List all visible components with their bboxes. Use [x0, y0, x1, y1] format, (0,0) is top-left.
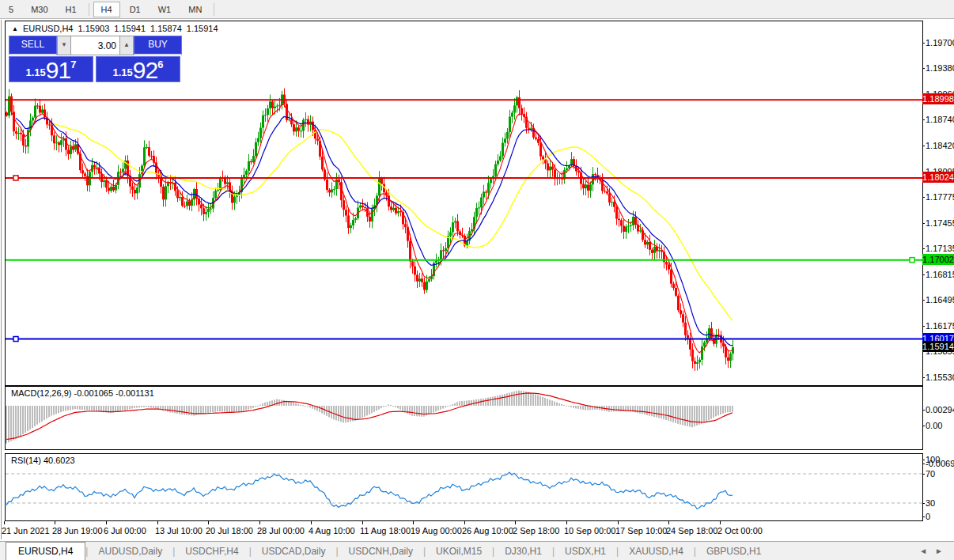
price-tick-label: 1.16815	[926, 270, 954, 279]
time-tick	[413, 521, 414, 524]
tab-dj30-h1[interactable]: DJ30,H1	[494, 543, 552, 560]
price-tick-label: 1.18740	[926, 115, 954, 124]
bid-price-big: 91	[46, 60, 70, 81]
price-axis[interactable]: 1.197001.193801.190601.187401.184201.180…	[923, 21, 954, 521]
rsi-indicator-pane[interactable]: RSI(14) 40.6023	[5, 453, 923, 521]
price-tick-label: 1.16175	[926, 321, 954, 331]
indicator-tick-label: 0.00294	[926, 405, 954, 414]
indicator-tick-label: 30	[926, 498, 935, 508]
window-edge-divider	[1, 20, 2, 539]
macd-label: MACD(12,26,9) -0.001065 -0.001131	[11, 388, 154, 398]
time-tick	[362, 521, 363, 524]
price-tick-label: 1.18420	[926, 141, 954, 150]
time-tick	[566, 521, 567, 524]
ask-price-big: 92	[133, 60, 157, 81]
timeframe-button-h4[interactable]: H4	[93, 2, 120, 17]
symbol-marker-icon: ▲	[12, 25, 18, 32]
tab-eurusd-h4[interactable]: EURUSD,H4	[6, 542, 85, 560]
time-tick	[515, 521, 516, 524]
time-tick-label: 24 Sep 18:00	[666, 526, 717, 535]
time-tick	[464, 521, 465, 524]
ohlc-close: 1.15914	[187, 24, 218, 33]
level-price-badge: 1.18998	[922, 93, 954, 104]
timeframe-button-w1[interactable]: W1	[150, 2, 180, 17]
toolbar-separator	[89, 3, 89, 16]
time-tick-label: 2 Sep 18:00	[513, 526, 559, 535]
time-tick-label: 20 Jul 18:00	[206, 526, 253, 535]
chart-title: ▲ EURUSD,H4 1.15903 1.15941 1.15874 1.15…	[12, 24, 218, 33]
price-tick-label: 1.17775	[926, 192, 954, 202]
time-tick-label: 26 Aug 10:00	[462, 526, 513, 535]
timeframe-toolbar: 5M30H1H4D1W1MN	[0, 0, 954, 19]
tab-ukoil-m15[interactable]: UKOil,M15	[426, 543, 492, 560]
timeframe-button-5[interactable]: 5	[1, 2, 21, 17]
volume-decrease-button[interactable]: ▼	[57, 36, 71, 55]
level-price-badge: 1.18024	[922, 172, 954, 183]
chart-symbol-label: EURUSD,H4	[23, 24, 74, 33]
buy-button[interactable]: BUY	[134, 36, 182, 55]
price-chart-pane[interactable]: ▲ EURUSD,H4 1.15903 1.15941 1.15874 1.15…	[5, 21, 923, 386]
volume-increase-button[interactable]: ▲	[119, 36, 134, 55]
ask-price-display[interactable]: 1.15 92 6	[96, 56, 180, 82]
tab-gbpusd-h1[interactable]: GBPUSD,H1	[696, 543, 771, 560]
price-tick-label: 1.19380	[926, 63, 954, 73]
time-tick-label: 28 Jun 19:00	[52, 526, 103, 535]
mt4-terminal-window: 5M30H1H4D1W1MN ▲ EURUSD,H4 1.15903 1.159…	[0, 0, 954, 560]
time-tick-label: 6 Jul 00:00	[104, 526, 146, 535]
time-tick-label: 17 Sep 10:00	[615, 526, 667, 535]
tab-usdcnh-daily[interactable]: USDCNH,Daily	[339, 543, 423, 560]
time-tick	[618, 521, 619, 524]
time-tick	[4, 521, 5, 524]
time-tick-label: 11 Aug 18:00	[360, 526, 411, 535]
indicator-tick-label: 0	[926, 512, 930, 521]
time-tick	[208, 521, 209, 524]
time-tick	[311, 521, 312, 524]
time-tick-label: 10 Sep 00:00	[564, 526, 615, 535]
timeframe-button-m30[interactable]: M30	[23, 2, 55, 17]
ask-price-sup: 6	[157, 59, 163, 81]
timeframe-button-d1[interactable]: D1	[122, 2, 149, 17]
price-tick-label: 1.15530	[926, 373, 954, 382]
timeframe-button-h1[interactable]: H1	[58, 2, 85, 17]
time-tick-label: 4 Aug 10:00	[309, 526, 355, 535]
level-price-badge: 1.17002	[922, 254, 954, 265]
indicator-tick-label: 70	[926, 469, 935, 479]
chart-window: ▲ EURUSD,H4 1.15903 1.15941 1.15874 1.15…	[0, 20, 954, 539]
ohlc-low: 1.15874	[150, 24, 182, 33]
time-tick	[720, 521, 721, 524]
macd-indicator-pane[interactable]: MACD(12,26,9) -0.001065 -0.001131	[5, 386, 923, 450]
time-tick	[668, 521, 669, 524]
ask-price-small: 1.15	[113, 66, 133, 81]
indicator-tick-label: 0.00	[926, 421, 942, 430]
tab-usdx-h1[interactable]: USDX,H1	[555, 543, 616, 560]
tab-scroll-left-icon[interactable]: ◄	[919, 547, 935, 555]
time-tick-label: 19 Aug 00:00	[411, 526, 462, 535]
tab-scroll-right-icon[interactable]: ►	[935, 547, 951, 555]
toolbar-separator	[214, 3, 214, 16]
symbol-tab-bar: EURUSD,H4|AUDUSD,Daily|USDCHF,H4|USDCAD,…	[0, 541, 954, 560]
price-tick-label: 1.17135	[926, 244, 954, 253]
volume-input[interactable]	[71, 36, 119, 55]
bid-price-small: 1.15	[26, 66, 46, 81]
ohlc-high: 1.15941	[114, 24, 146, 33]
price-tick-label: 1.16495	[926, 295, 954, 305]
rsi-chart-canvas[interactable]	[6, 454, 922, 520]
bid-price-display[interactable]: 1.15 91 7	[9, 56, 93, 82]
time-tick	[55, 521, 55, 524]
rsi-label: RSI(14) 40.6023	[11, 456, 75, 465]
time-tick-label: 28 Jul 00:00	[257, 526, 305, 535]
time-tick-label: 21 Jun 2021	[2, 526, 50, 535]
sell-button[interactable]: SELL	[9, 36, 57, 55]
tab-xauusd-h4[interactable]: XAUUSD,H4	[619, 543, 694, 560]
price-tick-label: 1.19700	[926, 38, 954, 47]
time-tick-label: 13 Jul 10:00	[155, 526, 203, 535]
tab-usdchf-h4[interactable]: USDCHF,H4	[175, 543, 248, 560]
time-tick	[259, 521, 260, 524]
tab-usdcad-daily[interactable]: USDCAD,Daily	[252, 543, 336, 560]
current-bid-badge: 1.15914	[922, 341, 954, 352]
time-tick	[106, 521, 107, 524]
tab-audusd-daily[interactable]: AUDUSD,Daily	[88, 543, 172, 560]
time-axis[interactable]: 21 Jun 202128 Jun 19:006 Jul 00:0013 Jul…	[0, 521, 954, 539]
timeframe-button-mn[interactable]: MN	[180, 2, 210, 17]
time-tick-label: 2 Oct 00:00	[717, 526, 763, 535]
